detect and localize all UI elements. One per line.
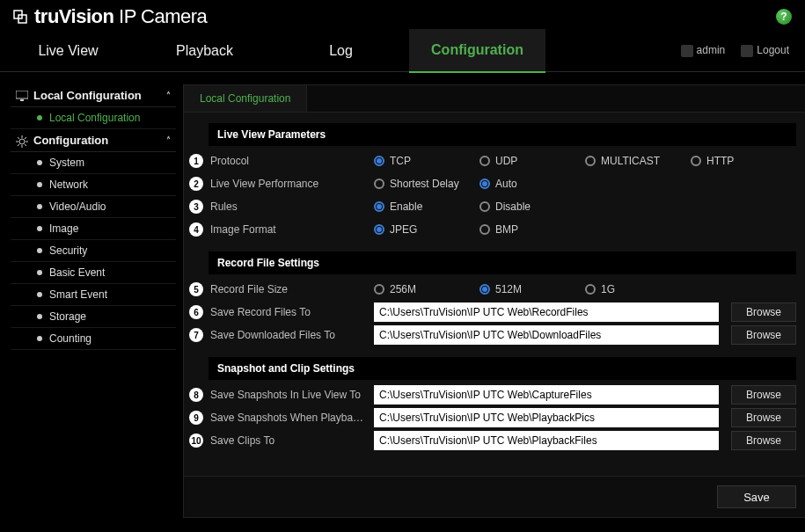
sidebar-item-video-audio[interactable]: Video/Audio — [11, 196, 176, 218]
user-badge[interactable]: admin — [681, 44, 726, 57]
radio-size-1g[interactable]: 1G — [585, 283, 691, 295]
radio-dot-icon — [374, 156, 384, 166]
logout-label: Logout — [757, 44, 789, 56]
bullet-icon — [37, 226, 42, 231]
radio-perf-auto[interactable]: Auto — [479, 178, 585, 190]
main-tabbar: Live View Playback Log Configuration adm… — [0, 30, 805, 72]
radio-dot-icon — [374, 201, 384, 212]
row-rules: 3 Rules Enable Disable — [189, 195, 796, 218]
label-save-downloaded-files: Save Downloaded Files To — [210, 329, 367, 341]
callout-5: 5 — [189, 282, 203, 296]
bullet-icon — [37, 182, 42, 187]
radio-label: 512M — [495, 283, 522, 295]
sidebar-header-local[interactable]: Local Configuration ˄ — [11, 84, 176, 107]
row-performance: 2 Live View Performance Shortest Delay A… — [189, 172, 796, 195]
radio-group-performance: Shortest Delay Auto — [374, 178, 796, 190]
subtab-local-configuration[interactable]: Local Configuration — [184, 85, 307, 112]
label-save-snapshots-playback: Save Snapshots When Playback ... — [210, 412, 367, 424]
radio-perf-shortest[interactable]: Shortest Delay — [374, 178, 479, 190]
radio-rules-disable[interactable]: Disable — [479, 200, 585, 213]
browse-button[interactable]: Browse — [731, 408, 796, 427]
sidebar-item-counting[interactable]: Counting — [11, 328, 176, 350]
row-save-snapshots-live: 8 Save Snapshots In Live View To Browse — [189, 383, 796, 406]
chevron-up-icon: ˄ — [166, 91, 171, 100]
radio-group-record-size: 256M 512M 1G — [374, 283, 796, 295]
radio-label: 256M — [390, 283, 416, 295]
radio-rules-enable[interactable]: Enable — [374, 200, 479, 213]
radio-size-256m[interactable]: 256M — [374, 283, 479, 295]
chevron-up-icon: ˄ — [166, 135, 171, 145]
sidebar-item-label: Image — [49, 222, 78, 235]
row-save-snapshots-playback: 9 Save Snapshots When Playback ... Brows… — [189, 406, 796, 429]
callout-3: 3 — [189, 200, 203, 214]
label-save-record-files: Save Record Files To — [210, 306, 367, 318]
radio-label: UDP — [495, 155, 517, 167]
radio-label: TCP — [390, 155, 411, 167]
bullet-icon — [37, 204, 42, 209]
sidebar-header-config[interactable]: Configuration ˄ — [11, 129, 176, 152]
radio-dot-icon — [479, 284, 490, 295]
label-performance: Live View Performance — [210, 178, 367, 190]
help-icon[interactable]: ? — [776, 9, 792, 25]
browse-button[interactable]: Browse — [731, 302, 796, 322]
sidebar-item-label: Counting — [49, 332, 91, 345]
sidebar-item-security[interactable]: Security — [11, 240, 176, 262]
sidebar-item-image[interactable]: Image — [11, 218, 176, 240]
radio-label: Shortest Delay — [390, 178, 459, 190]
input-save-snapshots-live[interactable] — [374, 385, 719, 404]
section-record-file-settings: Record File Settings — [209, 251, 796, 274]
callout-9: 9 — [189, 411, 203, 425]
config-panel: Live View Parameters 1 Protocol TCP UDP … — [184, 113, 805, 463]
radio-protocol-tcp[interactable]: TCP — [374, 155, 479, 167]
sidebar-item-label: Storage — [49, 310, 86, 323]
sidebar-item-basic-event[interactable]: Basic Event — [11, 262, 176, 284]
radio-dot-icon — [374, 224, 384, 235]
radio-imgfmt-jpeg[interactable]: JPEG — [374, 223, 479, 236]
browse-button[interactable]: Browse — [731, 325, 796, 345]
sidebar-group-config: Configuration ˄ System Network Video/Aud… — [11, 129, 176, 350]
row-save-record-files: 6 Save Record Files To Browse — [189, 301, 796, 324]
sidebar-group-local: Local Configuration ˄ Local Configuratio… — [11, 84, 176, 129]
input-save-record-files[interactable] — [374, 302, 719, 322]
label-save-clips: Save Clips To — [210, 434, 367, 447]
radio-protocol-multicast[interactable]: MULTICAST — [585, 155, 691, 167]
radio-protocol-http[interactable]: HTTP — [691, 155, 796, 167]
tab-playback[interactable]: Playback — [136, 30, 273, 72]
row-image-format: 4 Image Format JPEG BMP — [189, 218, 796, 241]
radio-dot-icon — [479, 156, 490, 166]
panel-footer: Save — [184, 476, 805, 517]
logo-icon — [13, 10, 27, 24]
radio-label: HTTP — [706, 155, 734, 167]
callout-7: 7 — [189, 328, 203, 342]
logout-icon — [741, 45, 753, 57]
monitor-icon — [16, 91, 28, 101]
row-save-downloaded-files: 7 Save Downloaded Files To Browse — [189, 324, 796, 346]
radio-dot-icon — [374, 179, 384, 189]
sidebar-item-local-configuration[interactable]: Local Configuration — [11, 107, 176, 129]
tab-live-view[interactable]: Live View — [0, 30, 136, 72]
sidebar-item-label: Local Configuration — [49, 112, 140, 124]
callout-8: 8 — [189, 388, 203, 402]
input-save-downloaded-files[interactable] — [374, 325, 719, 345]
input-save-snapshots-playback[interactable] — [374, 408, 719, 427]
sidebar-item-network[interactable]: Network — [11, 174, 176, 196]
input-save-clips[interactable] — [374, 431, 719, 450]
tab-configuration[interactable]: Configuration — [409, 29, 545, 73]
sidebar-item-smart-event[interactable]: Smart Event — [11, 284, 176, 306]
subtab-row: Local Configuration — [184, 85, 805, 113]
radio-size-512m[interactable]: 512M — [479, 283, 585, 295]
save-button[interactable]: Save — [717, 485, 796, 508]
radio-imgfmt-bmp[interactable]: BMP — [479, 223, 585, 236]
row-save-clips: 10 Save Clips To Browse — [189, 429, 796, 452]
sidebar-item-system[interactable]: System — [11, 152, 176, 174]
user-name: admin — [697, 44, 726, 56]
browse-button[interactable]: Browse — [731, 385, 796, 404]
callout-10: 10 — [189, 434, 203, 448]
sidebar-item-storage[interactable]: Storage — [11, 306, 176, 328]
radio-protocol-udp[interactable]: UDP — [479, 155, 585, 167]
browse-button[interactable]: Browse — [731, 431, 796, 450]
logout-link[interactable]: Logout — [741, 44, 789, 57]
callout-6: 6 — [189, 305, 203, 319]
tab-log[interactable]: Log — [273, 30, 409, 72]
svg-rect-2 — [16, 91, 28, 98]
